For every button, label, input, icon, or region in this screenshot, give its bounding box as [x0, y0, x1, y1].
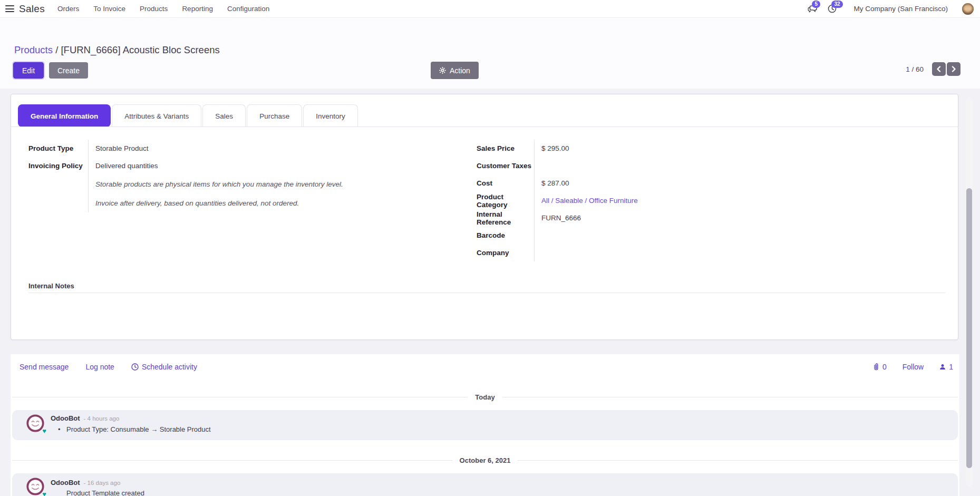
activities-badge: 32 [831, 1, 842, 8]
help-note-text: Invoice after delivery, based on quantit… [88, 193, 397, 212]
breadcrumb-separator: / [55, 44, 58, 55]
internal-notes-section: Internal Notes [18, 282, 946, 293]
field-value: FURN_6666 [534, 209, 867, 227]
schedule-activity-button[interactable]: Schedule activity [131, 363, 197, 371]
attachments-button[interactable]: 0 [873, 363, 887, 371]
field-barcode: Barcode [466, 227, 867, 244]
field-internal-reference: Internal Reference FURN_6666 [466, 209, 867, 227]
message-author[interactable]: OdooBot [51, 414, 80, 422]
follow-button[interactable]: Follow [903, 363, 924, 371]
field-value: $ 287.00 [534, 174, 867, 192]
pager: 1 / 60 [906, 62, 960, 76]
message-body: Product Template created [51, 489, 144, 496]
field-label: Internal Reference [466, 209, 534, 227]
menu-products[interactable]: Products [140, 5, 168, 13]
action-button[interactable]: Action [431, 62, 479, 79]
user-avatar[interactable] [962, 3, 974, 15]
vertical-scrollbar[interactable] [966, 97, 973, 487]
field-value [534, 227, 867, 244]
message-author[interactable]: OdooBot [51, 479, 80, 487]
menu-to-invoice[interactable]: To Invoice [93, 5, 125, 13]
field-label: Product Category [466, 192, 534, 209]
heart-icon: ♥ [42, 427, 46, 434]
product-form-sheet: General Information Attributes & Variant… [11, 94, 958, 340]
field-cost: Cost $ 287.00 [466, 174, 867, 192]
menu-reporting[interactable]: Reporting [182, 5, 213, 13]
tab-general-information[interactable]: General Information [18, 104, 111, 127]
field-value: $ 295.00 [534, 140, 867, 157]
menu-configuration[interactable]: Configuration [227, 5, 269, 13]
field-product-type: Product Type Storable Product [18, 140, 397, 157]
followers-count: 1 [949, 363, 953, 371]
schedule-clock-icon [131, 363, 139, 371]
field-value [534, 157, 867, 174]
notebook-tabs: General Information Attributes & Variant… [18, 104, 359, 127]
help-note-storable: Storable products are physical items for… [18, 174, 397, 193]
product-category-link[interactable]: All / Saleable / Office Furniture [541, 197, 638, 205]
tabs-underline [11, 127, 958, 127]
breadcrumb: Products / [FURN_6666] Acoustic Bloc Scr… [14, 44, 220, 56]
field-value: Storable Product [88, 140, 397, 157]
field-value [534, 244, 867, 261]
tab-sales[interactable]: Sales [202, 104, 246, 127]
field-label: Barcode [466, 227, 534, 244]
create-button[interactable]: Create [49, 62, 88, 79]
paperclip-icon [873, 363, 879, 371]
attachments-count: 0 [882, 363, 887, 371]
send-message-button[interactable]: Send message [20, 363, 69, 371]
form-right-column: Sales Price $ 295.00 Customer Taxes Cost… [466, 140, 867, 261]
date-separator-october: October 6, 2021 [12, 456, 958, 464]
control-panel: Products / [FURN_6666] Acoustic Bloc Scr… [0, 18, 980, 89]
messages-badge: 5 [812, 1, 820, 8]
main-menu: Orders To Invoice Products Reporting Con… [57, 5, 269, 13]
field-label: Company [466, 244, 534, 261]
message-timestamp: - 16 days ago [84, 480, 121, 486]
field-sales-price: Sales Price $ 295.00 [466, 140, 867, 157]
tab-purchase[interactable]: Purchase [247, 104, 302, 127]
field-label: Cost [466, 174, 534, 192]
menu-orders[interactable]: Orders [57, 5, 79, 13]
company-switcher[interactable]: My Company (San Francisco) [853, 5, 948, 13]
chatter-message: ♥ OdooBot - 16 days ago Product Template… [12, 473, 958, 496]
field-label: Invoicing Policy [18, 157, 88, 174]
internal-notes-title: Internal Notes [18, 282, 946, 290]
odoobot-avatar: ♥ [26, 414, 45, 433]
field-invoicing-policy: Invoicing Policy Delivered quantities [18, 157, 397, 174]
field-product-category: Product Category All / Saleable / Office… [466, 192, 867, 209]
scrollbar-thumb[interactable] [966, 188, 972, 468]
pager-value: 1 / 60 [906, 65, 924, 73]
field-company: Company [466, 244, 867, 261]
breadcrumb-products-link[interactable]: Products [14, 44, 53, 55]
odoobot-avatar: ♥ [26, 477, 45, 496]
edit-button[interactable]: Edit [13, 62, 44, 79]
tab-attributes-variants[interactable]: Attributes & Variants [112, 104, 201, 127]
field-label: Customer Taxes [466, 157, 534, 174]
field-label: Sales Price [466, 140, 534, 157]
field-customer-taxes: Customer Taxes [466, 157, 867, 174]
tab-inventory[interactable]: Inventory [303, 104, 358, 127]
top-navbar: Sales Orders To Invoice Products Reporti… [0, 0, 980, 18]
help-note-invoice: Invoice after delivery, based on quantit… [18, 193, 397, 212]
messages-menu[interactable]: 5 [807, 4, 818, 14]
main-content: General Information Attributes & Variant… [0, 89, 980, 496]
message-body: Product Type: Consumable → Storable Prod… [51, 425, 211, 433]
follower-person-icon [939, 364, 946, 370]
chevron-left-icon [936, 66, 942, 72]
chatter-toolbar: Send message Log note Schedule activity … [20, 363, 953, 371]
pager-previous-button[interactable] [932, 62, 946, 76]
message-timestamp: - 4 hours ago [84, 415, 120, 422]
help-note-text: Storable products are physical items for… [88, 174, 397, 193]
chatter-panel: Send message Log note Schedule activity … [11, 354, 959, 496]
heart-icon: ♥ [42, 491, 46, 496]
pager-next-button[interactable] [947, 62, 960, 76]
apps-menu-icon[interactable] [5, 5, 14, 12]
field-value: Delivered quantities [88, 157, 397, 174]
form-left-column: Product Type Storable Product Invoicing … [18, 140, 397, 212]
activities-menu[interactable]: 32 [827, 4, 837, 14]
log-note-button[interactable]: Log note [85, 363, 114, 371]
internal-notes-divider [28, 293, 946, 293]
app-name[interactable]: Sales [19, 3, 45, 15]
chevron-right-icon [951, 66, 956, 72]
followers-button[interactable]: 1 [939, 363, 953, 371]
date-separator-today: Today [12, 393, 958, 401]
